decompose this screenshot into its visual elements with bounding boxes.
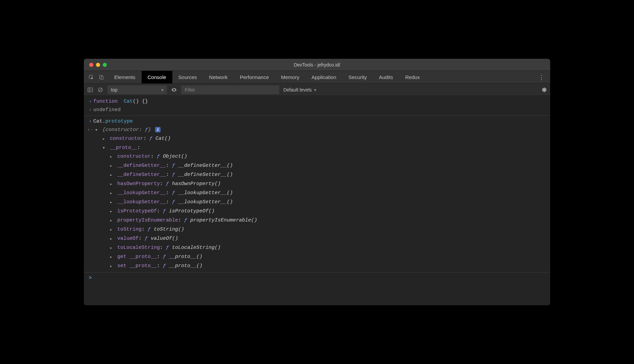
- tab-memory[interactable]: Memory: [275, 71, 306, 83]
- console-input-line: › Cat.prototype: [84, 115, 550, 126]
- info-badge[interactable]: i: [155, 127, 161, 132]
- object-summary[interactable]: {constructor: ƒ} i: [93, 126, 547, 134]
- object-property[interactable]: __proto__:: [84, 144, 550, 152]
- object-property[interactable]: constructor: ƒ Object(): [84, 152, 550, 161]
- minimize-window-button[interactable]: [96, 63, 100, 67]
- expand-toggle[interactable]: [110, 207, 114, 216]
- window-title: DevTools - jefrydco.id/: [294, 62, 340, 68]
- input-marker: ›: [87, 97, 93, 106]
- settings-icon[interactable]: [541, 87, 547, 93]
- close-window-button[interactable]: [89, 63, 93, 67]
- live-expression-icon[interactable]: [171, 87, 177, 93]
- object-property[interactable]: __defineSetter__: ƒ __defineSetter__(): [84, 171, 550, 180]
- code-line: function Cat() {}: [93, 97, 547, 106]
- inspect-icon[interactable]: [89, 75, 94, 80]
- expand-toggle[interactable]: [110, 234, 114, 243]
- levels-label: Default levels: [283, 87, 312, 93]
- expand-toggle[interactable]: [110, 152, 114, 161]
- devtools-window: DevTools - jefrydco.id/ Elements Console…: [84, 59, 550, 305]
- context-label: top: [111, 87, 117, 93]
- tab-performance[interactable]: Performance: [234, 71, 275, 83]
- object-property[interactable]: __lookupGetter__: ƒ __lookupGetter__(): [84, 189, 550, 198]
- svg-point-7: [174, 89, 175, 90]
- console-output-line: ‹ undefined: [84, 106, 550, 114]
- svg-line-6: [99, 88, 102, 91]
- console-prompt[interactable]: >: [84, 272, 550, 284]
- object-property[interactable]: get __proto__: ƒ __proto__(): [84, 253, 550, 262]
- tab-audits[interactable]: Audits: [373, 71, 399, 83]
- tab-sources[interactable]: Sources: [172, 71, 203, 83]
- expand-toggle[interactable]: [110, 262, 114, 271]
- prompt-marker: >: [87, 274, 93, 282]
- expand-toggle[interactable]: [110, 253, 114, 262]
- more-menu-button[interactable]: ⋮: [538, 74, 547, 81]
- panel-tabs: Elements Console Sources Network Perform…: [84, 71, 550, 84]
- object-property[interactable]: toLocaleString: ƒ toLocaleString(): [84, 243, 550, 253]
- object-property[interactable]: set __proto__: ƒ __proto__(): [84, 262, 550, 271]
- object-property[interactable]: constructor: ƒ Cat(): [84, 134, 550, 144]
- toggle-sidebar-icon[interactable]: [87, 87, 93, 93]
- console-toolbar: top ▾ Default levels ▾: [84, 84, 550, 96]
- log-levels-selector[interactable]: Default levels ▾: [283, 87, 316, 93]
- object-property[interactable]: toString: ƒ toString(): [84, 225, 550, 234]
- console-input-line: › function Cat() {}: [84, 97, 550, 106]
- output-marker: ‹: [87, 106, 93, 114]
- tab-redux[interactable]: Redux: [399, 71, 426, 83]
- chevron-down-icon: ▾: [314, 87, 316, 93]
- expand-toggle[interactable]: [103, 134, 107, 144]
- expand-toggle[interactable]: [110, 189, 114, 198]
- titlebar: DevTools - jefrydco.id/: [84, 59, 550, 71]
- expand-toggle[interactable]: [110, 243, 114, 253]
- expand-toggle[interactable]: [110, 216, 114, 225]
- object-property[interactable]: __lookupSetter__: ƒ __lookupSetter__(): [84, 198, 550, 207]
- expand-toggle[interactable]: [95, 126, 99, 134]
- object-property[interactable]: __defineGetter__: ƒ __defineGetter__(): [84, 161, 550, 171]
- console-body[interactable]: › function Cat() {} ‹ undefined › Cat.pr…: [84, 96, 550, 305]
- code-line: Cat.prototype: [93, 117, 547, 126]
- chevron-down-icon: ▾: [161, 87, 164, 93]
- tab-console[interactable]: Console: [142, 71, 172, 83]
- expand-toggle[interactable]: [110, 161, 114, 171]
- object-property[interactable]: hasOwnProperty: ƒ hasOwnProperty(): [84, 180, 550, 189]
- tab-network[interactable]: Network: [203, 71, 234, 83]
- output-marker: ‹·: [87, 126, 93, 134]
- expand-toggle[interactable]: [110, 198, 114, 207]
- object-property[interactable]: valueOf: ƒ valueOf(): [84, 234, 550, 243]
- context-selector[interactable]: top ▾: [107, 85, 167, 94]
- svg-rect-3: [88, 88, 93, 92]
- filter-input[interactable]: [181, 85, 279, 94]
- tab-application[interactable]: Application: [306, 71, 342, 83]
- object-property[interactable]: propertyIsEnumerable: ƒ propertyIsEnumer…: [84, 216, 550, 225]
- input-marker: ›: [87, 117, 93, 126]
- tab-tools: [87, 75, 108, 80]
- expand-toggle[interactable]: [103, 144, 107, 152]
- tab-security[interactable]: Security: [342, 71, 373, 83]
- tab-elements[interactable]: Elements: [108, 71, 142, 83]
- output-value: undefined: [93, 106, 547, 114]
- expand-toggle[interactable]: [110, 225, 114, 234]
- expand-toggle[interactable]: [110, 171, 114, 180]
- traffic-lights: [84, 63, 107, 67]
- svg-rect-2: [101, 76, 103, 79]
- expand-toggle[interactable]: [110, 180, 114, 189]
- console-output-line: ‹· {constructor: ƒ} i: [84, 126, 550, 134]
- maximize-window-button[interactable]: [103, 63, 107, 67]
- clear-console-icon[interactable]: [97, 87, 103, 93]
- object-property[interactable]: isPrototypeOf: ƒ isPrototypeOf(): [84, 207, 550, 216]
- device-toggle-icon[interactable]: [99, 75, 104, 80]
